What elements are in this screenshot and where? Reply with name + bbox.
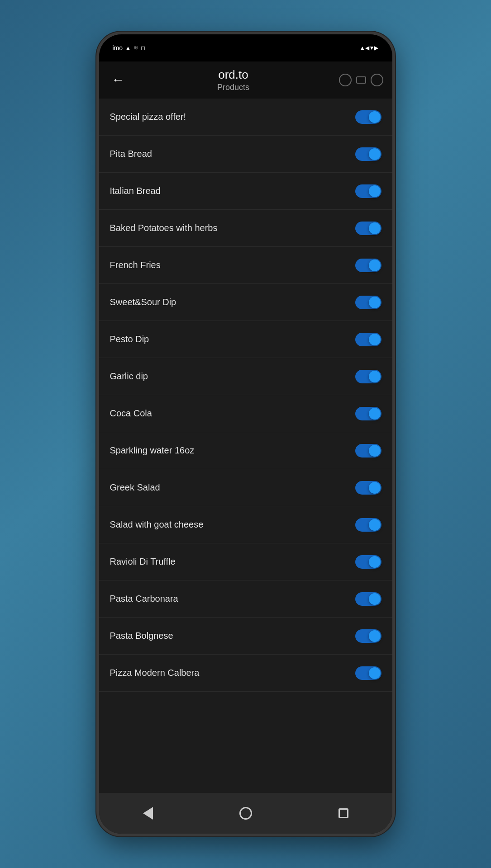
product-toggle[interactable] [355, 110, 381, 124]
product-name: French Fries [110, 260, 161, 270]
product-toggle[interactable] [355, 666, 381, 680]
toggle-knob [369, 148, 381, 160]
product-name: Special pizza offer! [110, 112, 186, 122]
camera-icons [339, 74, 383, 86]
toggle-knob [369, 222, 381, 234]
product-item: Pita Bread [99, 136, 392, 173]
product-name: Pesto Dip [110, 334, 149, 344]
product-toggle[interactable] [355, 333, 381, 346]
toggle-knob [369, 519, 381, 531]
home-nav-icon [239, 807, 252, 820]
product-name: Baked Potatoes with herbs [110, 223, 218, 233]
notch [210, 34, 282, 48]
product-toggle[interactable] [355, 481, 381, 495]
toggle-knob [369, 482, 381, 494]
product-toggle[interactable] [355, 184, 381, 198]
nfc-icon: ◻ [141, 45, 145, 51]
product-toggle[interactable] [355, 259, 381, 272]
product-name: Pita Bread [110, 149, 152, 159]
product-item: Pesto Dip [99, 321, 392, 358]
toggle-knob [369, 408, 381, 420]
status-left: imo ▲ ≋ ◻ [113, 44, 145, 52]
product-item: Sparkling water 16oz [99, 432, 392, 469]
product-name: Pasta Carbonara [110, 594, 178, 604]
toggle-knob [369, 371, 381, 382]
product-name: Pizza Modern Calbera [110, 668, 200, 678]
toggle-knob [369, 556, 381, 568]
product-toggle[interactable] [355, 629, 381, 643]
product-item: Pizza Modern Calbera [99, 655, 392, 692]
toggle-knob [369, 297, 381, 308]
product-toggle[interactable] [355, 444, 381, 458]
product-name: Coca Cola [110, 408, 152, 419]
status-right: ▲◀▼▶ [360, 45, 379, 51]
product-item: French Fries [99, 247, 392, 284]
toggle-knob [369, 667, 381, 679]
product-name: Sparkling water 16oz [110, 445, 195, 456]
app-title: ord.to [128, 68, 339, 82]
nav-bar [99, 793, 392, 834]
camera-rect-icon [356, 76, 366, 84]
toggle-knob [369, 334, 381, 345]
status-carrier: imo [113, 44, 123, 52]
phone-frame: imo ▲ ≋ ◻ ▲◀▼▶ ← ord.to Products Special… [96, 32, 395, 836]
home-nav-button[interactable] [228, 802, 264, 825]
product-name: Garlic dip [110, 371, 148, 382]
product-item: Pasta Bolgnese [99, 618, 392, 655]
top-bar: ← ord.to Products [99, 61, 392, 99]
toggle-knob [369, 445, 381, 457]
app-subtitle: Products [128, 83, 339, 92]
toggle-knob [369, 111, 381, 123]
product-toggle[interactable] [355, 592, 381, 606]
product-name: Greek Salad [110, 482, 160, 493]
product-toggle[interactable] [355, 518, 381, 532]
toggle-knob [369, 630, 381, 642]
product-toggle[interactable] [355, 555, 381, 569]
camera-circle2-icon [371, 74, 383, 86]
toggle-knob [369, 259, 381, 271]
product-toggle[interactable] [355, 407, 381, 420]
product-name: Sweet&Sour Dip [110, 297, 176, 307]
product-name: Ravioli Di Truffle [110, 557, 176, 567]
product-toggle[interactable] [355, 147, 381, 161]
product-item: Greek Salad [99, 469, 392, 506]
camera-circle-icon [339, 74, 352, 86]
back-nav-icon [143, 807, 153, 820]
signal-icon: ▲ [125, 45, 131, 51]
product-item: Garlic dip [99, 358, 392, 395]
product-item: Coca Cola [99, 395, 392, 432]
product-toggle[interactable] [355, 370, 381, 383]
product-name: Pasta Bolgnese [110, 631, 173, 641]
product-name: Salad with goat cheese [110, 519, 204, 530]
product-toggle[interactable] [355, 296, 381, 309]
recents-nav-button[interactable] [325, 802, 362, 825]
battery-icon: ▲◀▼▶ [360, 45, 379, 51]
product-item: Baked Potatoes with herbs [99, 210, 392, 247]
product-toggle[interactable] [355, 222, 381, 235]
product-item: Italian Bread [99, 173, 392, 210]
product-item: Salad with goat cheese [99, 506, 392, 543]
product-item: Pasta Carbonara [99, 580, 392, 618]
toggle-knob [369, 593, 381, 605]
product-item: Ravioli Di Truffle [99, 543, 392, 580]
product-name: Italian Bread [110, 186, 161, 196]
back-nav-button[interactable] [130, 802, 166, 825]
product-item: Special pizza offer! [99, 99, 392, 136]
product-item: Sweet&Sour Dip [99, 284, 392, 321]
toggle-knob [369, 185, 381, 197]
back-button[interactable]: ← [108, 71, 128, 89]
wifi-icon: ≋ [133, 45, 138, 51]
product-list: Special pizza offer!Pita BreadItalian Br… [99, 99, 392, 793]
recents-nav-icon [338, 808, 348, 818]
